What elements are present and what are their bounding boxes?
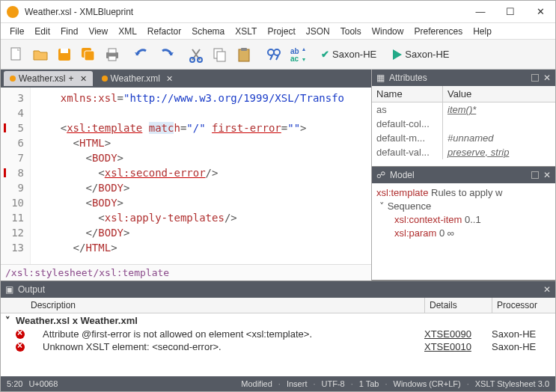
menu-tools[interactable]: Tools — [336, 25, 366, 38]
menu-xslt[interactable]: XSLT — [230, 25, 261, 38]
close-icon[interactable]: ✕ — [80, 74, 87, 84]
copy-button[interactable] — [209, 43, 231, 66]
menu-preferences[interactable]: Preferences — [409, 25, 467, 38]
menu-view[interactable]: View — [84, 25, 112, 38]
menu-json[interactable]: JSON — [302, 25, 334, 38]
error-icon — [16, 343, 25, 352]
app-icon — [7, 6, 19, 18]
attr-row[interactable]: default-m...#unnamed — [372, 131, 555, 145]
model-panel-header[interactable]: ☍ Model ✕ — [372, 167, 555, 183]
svg-point-14 — [268, 49, 274, 55]
line-gutter: 345678910111213 — [1, 88, 31, 264]
attr-row[interactable]: asitem()* — [372, 102, 555, 117]
attr-head-value[interactable]: Value — [443, 86, 555, 102]
menu-xml[interactable]: XML — [114, 25, 141, 38]
model-item[interactable]: xsl:context-item 0..1 — [394, 213, 551, 227]
output-error-row[interactable]: Attribute @first-error is not allowed on… — [1, 328, 555, 340]
undock-icon[interactable] — [531, 74, 539, 82]
breadcrumb[interactable]: /xsl:stylesheet/xsl:template — [1, 264, 371, 281]
run-button[interactable]: Saxon-HE — [388, 43, 453, 66]
file-icon — [102, 76, 108, 82]
play-icon — [393, 49, 402, 60]
new-file-button[interactable] — [5, 43, 28, 66]
model-root: xsl:template — [376, 187, 428, 198]
tree-icon: ☍ — [376, 170, 385, 180]
out-head-desc[interactable]: Description — [1, 298, 424, 313]
status-codepoint: U+0068 — [28, 379, 58, 388]
menu-help[interactable]: Help — [468, 25, 496, 38]
paste-button[interactable] — [233, 43, 255, 66]
output-group-title: Weather.xsl x Weather.xml — [16, 315, 138, 326]
model-sequence: Sequence — [388, 200, 432, 212]
menu-edit[interactable]: Edit — [30, 25, 55, 38]
dirty-icon: + — [68, 73, 73, 84]
close-icon[interactable]: ✕ — [543, 170, 551, 180]
status-insert: Insert — [287, 379, 308, 388]
menu-project[interactable]: Project — [263, 25, 299, 38]
window-title: Weather.xsl - XMLBlueprint — [25, 7, 471, 17]
undock-icon[interactable] — [531, 171, 539, 179]
svg-rect-6 — [109, 49, 116, 53]
status-doctype: XSLT Stylesheet 3.0 — [475, 379, 549, 388]
close-icon[interactable]: ✕ — [166, 74, 173, 84]
out-head-details[interactable]: Details — [424, 298, 492, 313]
grid-icon: ▦ — [376, 73, 385, 83]
attr-head-name[interactable]: Name — [372, 86, 443, 102]
attributes-panel-header[interactable]: ▦ Attributes ✕ — [372, 70, 555, 86]
tab-weather-xml[interactable]: Weather.xml✕ — [96, 71, 179, 86]
save-all-button[interactable] — [77, 43, 100, 66]
model-desc: Rules to apply w — [431, 187, 502, 198]
menu-window[interactable]: Window — [367, 25, 409, 38]
menu-file[interactable]: File — [5, 25, 28, 38]
close-icon[interactable]: ✕ — [543, 284, 551, 295]
menu-refactor[interactable]: Refactor — [143, 25, 186, 38]
code-editor[interactable]: 345678910111213 xmlns:xsl="http://www.w3… — [1, 88, 371, 264]
redo-button[interactable] — [155, 43, 177, 66]
tab-weather-xsl[interactable]: Weather.xsl+✕ — [4, 71, 93, 86]
editor-tabs: Weather.xsl+✕Weather.xml✕ — [1, 70, 371, 88]
svg-point-15 — [274, 49, 280, 55]
minimize-button[interactable]: — — [471, 6, 489, 17]
attributes-title: Attributes — [389, 73, 427, 83]
status-indent: 1 Tab — [359, 379, 379, 388]
status-enc: UTF-8 — [322, 379, 345, 388]
attr-row[interactable]: default-val...preserve, strip — [372, 145, 555, 159]
undo-button[interactable] — [131, 43, 153, 66]
close-button[interactable]: ✕ — [531, 6, 549, 17]
error-icon — [16, 330, 25, 339]
output-error-row[interactable]: Unknown XSLT element: <second-error>.XTS… — [1, 340, 555, 353]
attr-row[interactable]: default-col... — [372, 117, 555, 131]
output-panel-header[interactable]: ▣ Output ✕ — [1, 281, 555, 298]
titlebar: Weather.xsl - XMLBlueprint — ☐ ✕ — [1, 1, 555, 23]
find-button[interactable] — [263, 43, 285, 66]
cut-button[interactable] — [185, 43, 207, 66]
find-replace-button[interactable]: abac — [287, 43, 309, 66]
maximize-button[interactable]: ☐ — [501, 6, 519, 17]
print-button[interactable] — [101, 43, 123, 66]
svg-rect-11 — [217, 52, 225, 61]
toolbar: abac ✔ Saxon-HE Saxon-HE — [1, 40, 555, 70]
menu-find[interactable]: Find — [56, 25, 82, 38]
svg-rect-7 — [109, 56, 116, 61]
model-item[interactable]: xsl:param 0 ∞ — [394, 227, 551, 240]
out-head-proc[interactable]: Processor — [492, 298, 555, 313]
svg-text:ac: ac — [290, 55, 299, 63]
run-label: Saxon-HE — [405, 49, 449, 60]
output-table-head: Description Details Processor — [1, 298, 555, 313]
close-icon[interactable]: ✕ — [543, 73, 551, 83]
menu-schema[interactable]: Schema — [187, 25, 229, 38]
model-tree[interactable]: xsl:template Rules to apply w ˅ Sequence… — [372, 183, 555, 280]
svg-rect-4 — [85, 51, 94, 61]
file-icon — [10, 76, 16, 82]
open-file-button[interactable] — [29, 43, 52, 66]
statusbar: 5:20 U+0068 Modified· Insert· UTF-8· 1 T… — [1, 376, 555, 391]
output-title: Output — [18, 284, 45, 295]
save-button[interactable] — [53, 43, 76, 66]
status-pos: 5:20 — [7, 379, 22, 388]
validate-button[interactable]: ✔ Saxon-HE — [317, 43, 381, 66]
svg-rect-13 — [241, 48, 247, 51]
code-area[interactable]: xmlns:xsl="http://www.w3.org/1999/XSL/Tr… — [31, 88, 371, 264]
output-group[interactable]: ˅ Weather.xsl x Weather.xml — [1, 313, 555, 328]
attributes-table: Name Value asitem()*default-col...defaul… — [372, 86, 555, 166]
menubar: FileEditFindViewXMLRefactorSchemaXSLTPro… — [1, 23, 555, 40]
